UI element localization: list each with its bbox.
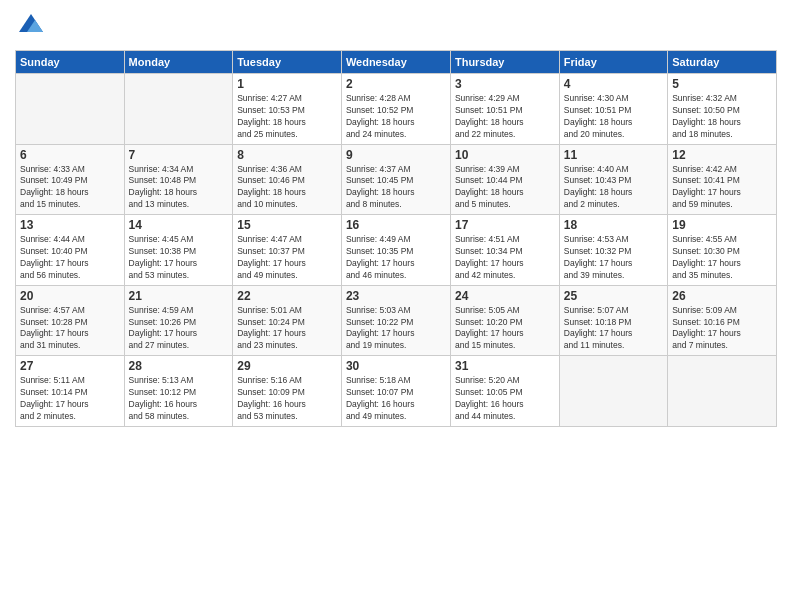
page: SundayMondayTuesdayWednesdayThursdayFrid…	[0, 0, 792, 612]
calendar-cell: 21Sunrise: 4:59 AM Sunset: 10:26 PM Dayl…	[124, 285, 233, 356]
calendar-cell: 8Sunrise: 4:36 AM Sunset: 10:46 PM Dayli…	[233, 144, 342, 215]
calendar-cell: 17Sunrise: 4:51 AM Sunset: 10:34 PM Dayl…	[450, 215, 559, 286]
day-info: Sunrise: 4:59 AM Sunset: 10:26 PM Daylig…	[129, 305, 229, 353]
day-number: 2	[346, 77, 446, 91]
day-number: 26	[672, 289, 772, 303]
day-info: Sunrise: 4:27 AM Sunset: 10:53 PM Daylig…	[237, 93, 337, 141]
calendar-week-row: 20Sunrise: 4:57 AM Sunset: 10:28 PM Dayl…	[16, 285, 777, 356]
day-number: 16	[346, 218, 446, 232]
weekday-header: Wednesday	[341, 51, 450, 74]
logo-icon	[15, 10, 47, 42]
day-info: Sunrise: 4:51 AM Sunset: 10:34 PM Daylig…	[455, 234, 555, 282]
day-number: 1	[237, 77, 337, 91]
day-number: 3	[455, 77, 555, 91]
day-info: Sunrise: 4:45 AM Sunset: 10:38 PM Daylig…	[129, 234, 229, 282]
day-info: Sunrise: 4:33 AM Sunset: 10:49 PM Daylig…	[20, 164, 120, 212]
day-info: Sunrise: 4:49 AM Sunset: 10:35 PM Daylig…	[346, 234, 446, 282]
day-number: 13	[20, 218, 120, 232]
logo	[15, 10, 51, 42]
calendar-week-row: 1Sunrise: 4:27 AM Sunset: 10:53 PM Dayli…	[16, 74, 777, 145]
calendar-week-row: 6Sunrise: 4:33 AM Sunset: 10:49 PM Dayli…	[16, 144, 777, 215]
calendar-cell: 11Sunrise: 4:40 AM Sunset: 10:43 PM Dayl…	[559, 144, 667, 215]
day-info: Sunrise: 5:01 AM Sunset: 10:24 PM Daylig…	[237, 305, 337, 353]
day-info: Sunrise: 5:18 AM Sunset: 10:07 PM Daylig…	[346, 375, 446, 423]
calendar-cell: 20Sunrise: 4:57 AM Sunset: 10:28 PM Dayl…	[16, 285, 125, 356]
calendar-cell: 29Sunrise: 5:16 AM Sunset: 10:09 PM Dayl…	[233, 356, 342, 427]
calendar-cell: 12Sunrise: 4:42 AM Sunset: 10:41 PM Dayl…	[668, 144, 777, 215]
calendar-cell: 14Sunrise: 4:45 AM Sunset: 10:38 PM Dayl…	[124, 215, 233, 286]
calendar-cell: 5Sunrise: 4:32 AM Sunset: 10:50 PM Dayli…	[668, 74, 777, 145]
day-number: 18	[564, 218, 663, 232]
weekday-header: Thursday	[450, 51, 559, 74]
day-info: Sunrise: 4:29 AM Sunset: 10:51 PM Daylig…	[455, 93, 555, 141]
calendar-cell: 22Sunrise: 5:01 AM Sunset: 10:24 PM Dayl…	[233, 285, 342, 356]
weekday-header-row: SundayMondayTuesdayWednesdayThursdayFrid…	[16, 51, 777, 74]
day-info: Sunrise: 4:30 AM Sunset: 10:51 PM Daylig…	[564, 93, 663, 141]
day-info: Sunrise: 4:47 AM Sunset: 10:37 PM Daylig…	[237, 234, 337, 282]
day-info: Sunrise: 5:09 AM Sunset: 10:16 PM Daylig…	[672, 305, 772, 353]
calendar-cell: 15Sunrise: 4:47 AM Sunset: 10:37 PM Dayl…	[233, 215, 342, 286]
day-info: Sunrise: 4:32 AM Sunset: 10:50 PM Daylig…	[672, 93, 772, 141]
day-number: 25	[564, 289, 663, 303]
calendar-cell: 23Sunrise: 5:03 AM Sunset: 10:22 PM Dayl…	[341, 285, 450, 356]
calendar-week-row: 13Sunrise: 4:44 AM Sunset: 10:40 PM Dayl…	[16, 215, 777, 286]
weekday-header: Sunday	[16, 51, 125, 74]
day-number: 31	[455, 359, 555, 373]
calendar-cell: 9Sunrise: 4:37 AM Sunset: 10:45 PM Dayli…	[341, 144, 450, 215]
day-info: Sunrise: 5:07 AM Sunset: 10:18 PM Daylig…	[564, 305, 663, 353]
day-number: 20	[20, 289, 120, 303]
day-number: 4	[564, 77, 663, 91]
calendar-cell: 1Sunrise: 4:27 AM Sunset: 10:53 PM Dayli…	[233, 74, 342, 145]
day-info: Sunrise: 4:36 AM Sunset: 10:46 PM Daylig…	[237, 164, 337, 212]
calendar-cell: 2Sunrise: 4:28 AM Sunset: 10:52 PM Dayli…	[341, 74, 450, 145]
day-info: Sunrise: 5:20 AM Sunset: 10:05 PM Daylig…	[455, 375, 555, 423]
calendar-cell	[124, 74, 233, 145]
weekday-header: Monday	[124, 51, 233, 74]
day-number: 19	[672, 218, 772, 232]
day-number: 28	[129, 359, 229, 373]
calendar-cell: 4Sunrise: 4:30 AM Sunset: 10:51 PM Dayli…	[559, 74, 667, 145]
calendar-cell: 27Sunrise: 5:11 AM Sunset: 10:14 PM Dayl…	[16, 356, 125, 427]
day-info: Sunrise: 4:34 AM Sunset: 10:48 PM Daylig…	[129, 164, 229, 212]
day-info: Sunrise: 4:42 AM Sunset: 10:41 PM Daylig…	[672, 164, 772, 212]
calendar-cell	[668, 356, 777, 427]
day-info: Sunrise: 4:53 AM Sunset: 10:32 PM Daylig…	[564, 234, 663, 282]
day-number: 5	[672, 77, 772, 91]
day-info: Sunrise: 4:28 AM Sunset: 10:52 PM Daylig…	[346, 93, 446, 141]
calendar-cell: 28Sunrise: 5:13 AM Sunset: 10:12 PM Dayl…	[124, 356, 233, 427]
calendar-cell: 10Sunrise: 4:39 AM Sunset: 10:44 PM Dayl…	[450, 144, 559, 215]
weekday-header: Friday	[559, 51, 667, 74]
day-number: 22	[237, 289, 337, 303]
day-info: Sunrise: 4:57 AM Sunset: 10:28 PM Daylig…	[20, 305, 120, 353]
calendar-cell: 13Sunrise: 4:44 AM Sunset: 10:40 PM Dayl…	[16, 215, 125, 286]
day-number: 17	[455, 218, 555, 232]
day-info: Sunrise: 4:37 AM Sunset: 10:45 PM Daylig…	[346, 164, 446, 212]
calendar-cell	[16, 74, 125, 145]
calendar-cell: 31Sunrise: 5:20 AM Sunset: 10:05 PM Dayl…	[450, 356, 559, 427]
calendar-cell: 7Sunrise: 4:34 AM Sunset: 10:48 PM Dayli…	[124, 144, 233, 215]
weekday-header: Tuesday	[233, 51, 342, 74]
calendar-cell: 24Sunrise: 5:05 AM Sunset: 10:20 PM Dayl…	[450, 285, 559, 356]
day-number: 8	[237, 148, 337, 162]
calendar-cell: 6Sunrise: 4:33 AM Sunset: 10:49 PM Dayli…	[16, 144, 125, 215]
day-number: 24	[455, 289, 555, 303]
day-number: 6	[20, 148, 120, 162]
day-info: Sunrise: 4:40 AM Sunset: 10:43 PM Daylig…	[564, 164, 663, 212]
calendar-cell: 25Sunrise: 5:07 AM Sunset: 10:18 PM Dayl…	[559, 285, 667, 356]
calendar-cell: 19Sunrise: 4:55 AM Sunset: 10:30 PM Dayl…	[668, 215, 777, 286]
calendar-cell: 16Sunrise: 4:49 AM Sunset: 10:35 PM Dayl…	[341, 215, 450, 286]
day-number: 10	[455, 148, 555, 162]
day-number: 9	[346, 148, 446, 162]
day-info: Sunrise: 5:11 AM Sunset: 10:14 PM Daylig…	[20, 375, 120, 423]
day-number: 27	[20, 359, 120, 373]
day-info: Sunrise: 4:39 AM Sunset: 10:44 PM Daylig…	[455, 164, 555, 212]
calendar-cell: 18Sunrise: 4:53 AM Sunset: 10:32 PM Dayl…	[559, 215, 667, 286]
day-number: 23	[346, 289, 446, 303]
day-info: Sunrise: 5:16 AM Sunset: 10:09 PM Daylig…	[237, 375, 337, 423]
day-info: Sunrise: 5:05 AM Sunset: 10:20 PM Daylig…	[455, 305, 555, 353]
day-number: 15	[237, 218, 337, 232]
day-number: 12	[672, 148, 772, 162]
weekday-header: Saturday	[668, 51, 777, 74]
calendar: SundayMondayTuesdayWednesdayThursdayFrid…	[15, 50, 777, 427]
calendar-cell	[559, 356, 667, 427]
